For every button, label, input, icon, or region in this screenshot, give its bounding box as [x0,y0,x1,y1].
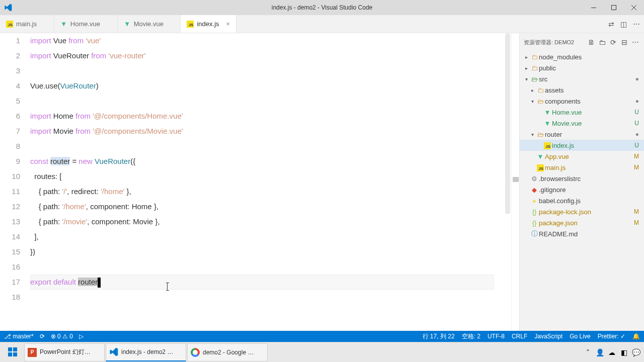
tree-item--browserslistrc[interactable]: ⚙ .browserslistrc [520,173,644,184]
code-line[interactable]: Vue.use(VueRouter) [30,78,494,94]
tree-item-Home-vue[interactable]: ▼ Home.vue U [520,107,644,118]
code-editor[interactable]: 123456789101112131415161718 import Vue f… [0,33,519,331]
tree-item-package-lock-json[interactable]: {} package-lock.json M [520,206,644,217]
code-line[interactable] [30,290,494,305]
code-line[interactable]: import Home from '@/components/Home.vue' [30,109,494,124]
file-icon: ▼ [543,109,552,116]
tree-item-label: main.js [545,164,634,171]
taskbar-item-chrome[interactable]: demo2 - Google … [187,343,268,361]
file-icon: ▼ [536,153,545,160]
code-line[interactable] [30,63,494,78]
close-button[interactable] [624,0,644,15]
editor-scrollbar[interactable] [504,33,511,331]
sync-icon[interactable]: ⟳ [40,333,45,340]
eol-indicator[interactable]: CRLF [512,333,527,340]
chevron-icon: ▸ [523,65,530,71]
vue-file-icon: ▼ [60,21,67,28]
code-line[interactable]: routes: [ [30,169,494,184]
explorer-header: 资源管理器: DEMO2 🗎 🗀 ⟳ ⊟ ⋯ [520,33,644,51]
code-line[interactable]: import Movie from '@/components/Movie.vu… [30,124,494,139]
new-file-icon[interactable]: 🗎 [587,38,596,46]
code-line[interactable]: ], [30,229,494,244]
branch-indicator[interactable]: ⎇ master* [4,333,34,340]
language-indicator[interactable]: JavaScript [534,333,562,340]
tab-Home-vue[interactable]: ▼ Home.vue × [54,15,118,33]
code-line[interactable] [30,259,494,275]
minimize-button[interactable] [584,0,604,15]
system-tray: ˄ 👤 ☁ ◧ 💬 [583,347,641,357]
new-folder-icon[interactable]: 🗀 [598,38,607,46]
tray-notifications-icon[interactable]: 💬 [631,347,641,357]
taskbar-item-vscode[interactable]: index.js - demo2 … [106,343,186,361]
cursor-position[interactable]: 行 17, 列 22 [423,332,455,341]
svg-rect-2 [8,347,12,351]
taskbar-item-ppt[interactable]: PPowerPoint 幻灯… [24,343,105,361]
go-live-button[interactable]: Go Live [570,333,590,340]
file-tree[interactable]: ▸ 🗀 node_modules ▸ 🗀 public ▾ 🗁 src ●▸ 🗀… [520,51,644,331]
vue-file-icon: ▼ [124,21,131,28]
code-line[interactable] [30,139,494,154]
editor-tabs: JS main.js ×▼ Home.vue ×▼ Movie.vue ×JS … [0,15,644,33]
code-line[interactable]: export default router [30,275,494,290]
tree-item-router[interactable]: ▾ 🗁 router ● [520,129,644,140]
tab-Movie-vue[interactable]: ▼ Movie.vue × [118,15,181,33]
tray-people-icon[interactable]: 👤 [595,347,605,357]
compare-icon[interactable]: ⇄ [608,20,614,28]
explorer-more-icon[interactable]: ⋯ [631,38,640,46]
code-line[interactable]: import VueRouter from 'vue-router' [30,48,494,63]
problems-indicator[interactable]: ⊗ 0 ⚠ 0 [51,333,73,340]
prettier-indicator[interactable]: Prettier: ✓ [598,333,625,340]
code-line[interactable]: }) [30,244,494,259]
refresh-icon[interactable]: ⟳ [609,38,618,46]
tree-item-src[interactable]: ▾ 🗁 src ● [520,73,644,84]
titlebar: index.js - demo2 - Visual Studio Code [0,0,644,15]
tree-item-label: package-lock.json [539,208,634,216]
tree-item-assets[interactable]: ▸ 🗀 assets [520,84,644,96]
tree-item-label: App.vue [545,153,634,160]
encoding-indicator[interactable]: UTF-8 [488,333,505,340]
file-icon: ⓘ [530,229,539,238]
tree-item-README-md[interactable]: ⓘ README.md [520,228,644,239]
tray-cloud-icon[interactable]: ☁ [607,347,617,357]
taskbar-item-win[interactable] [2,343,23,361]
code-line[interactable]: { path: '/movie', component: Movie }, [30,214,494,229]
tree-item-App-vue[interactable]: ▼ App.vue M [520,151,644,162]
tree-item-label: assets [545,86,639,94]
file-icon: JS [543,142,552,149]
code-line[interactable]: { path: '/home', component: Home }, [30,199,494,214]
tree-item-index-js[interactable]: JS index.js U [520,140,644,151]
code-line[interactable]: import Vue from 'vue' [30,33,494,48]
tray-chevron-icon[interactable]: ˄ [583,347,593,357]
code-line[interactable]: const router = new VueRouter({ [30,154,494,169]
code-line[interactable]: { path: '/', redirect: '/home' }, [30,184,494,199]
tab-main-js[interactable]: JS main.js × [0,15,54,33]
tree-item-public[interactable]: ▸ 🗀 public [520,62,644,73]
notifications-icon[interactable]: 🔔 [632,333,640,340]
tab-index-js[interactable]: JS index.js × [181,15,236,33]
tree-item-node_modules[interactable]: ▸ 🗀 node_modules [520,51,644,62]
maximize-button[interactable] [604,0,624,15]
file-icon: {} [530,219,539,227]
code-content[interactable]: import Vue from 'vue'import VueRouter fr… [30,33,504,331]
split-icon[interactable]: ◫ [620,20,627,28]
tray-item-icon[interactable]: ◧ [619,347,629,357]
tree-item-label: README.md [539,230,639,238]
close-tab-icon[interactable]: × [226,20,230,28]
minimap[interactable] [511,33,519,331]
chevron-icon: ▸ [523,54,530,60]
tree-item-components[interactable]: ▾ 🗁 components ● [520,96,644,107]
file-icon: ⚙ [530,175,539,183]
code-line[interactable] [30,94,494,109]
tree-item--gitignore[interactable]: ◆ .gitignore [520,184,644,195]
taskbar-label: demo2 - Google … [203,349,254,356]
tree-item-Movie-vue[interactable]: ▼ Movie.vue U [520,118,644,129]
tree-item-babel-config-js[interactable]: ● babel.config.js [520,195,644,206]
tree-item-package-json[interactable]: {} package.json M [520,217,644,228]
collapse-icon[interactable]: ⊟ [620,38,629,46]
explorer-sidebar: 资源管理器: DEMO2 🗎 🗀 ⟳ ⊟ ⋯ ▸ 🗀 node_modules … [519,33,644,331]
tree-item-main-js[interactable]: JS main.js M [520,162,644,173]
tree-item-label: public [539,64,639,72]
more-icon[interactable]: ⋯ [633,20,640,28]
indent-indicator[interactable]: 空格: 2 [462,332,480,341]
debug-icon[interactable]: ▷ [79,333,84,340]
